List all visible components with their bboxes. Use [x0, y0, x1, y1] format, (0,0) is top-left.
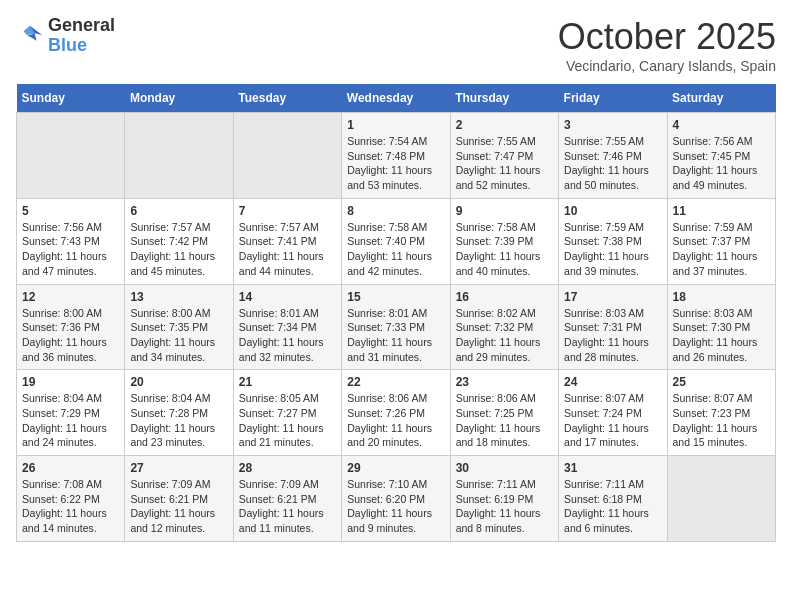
calendar-cell: 20Sunrise: 8:04 AM Sunset: 7:28 PM Dayli…: [125, 370, 233, 456]
day-content: Sunrise: 7:11 AM Sunset: 6:18 PM Dayligh…: [564, 477, 661, 536]
day-content: Sunrise: 8:07 AM Sunset: 7:23 PM Dayligh…: [673, 391, 770, 450]
day-content: Sunrise: 7:58 AM Sunset: 7:39 PM Dayligh…: [456, 220, 553, 279]
calendar-cell: 4Sunrise: 7:56 AM Sunset: 7:45 PM Daylig…: [667, 113, 775, 199]
calendar-cell: 3Sunrise: 7:55 AM Sunset: 7:46 PM Daylig…: [559, 113, 667, 199]
day-content: Sunrise: 8:03 AM Sunset: 7:31 PM Dayligh…: [564, 306, 661, 365]
day-content: Sunrise: 8:01 AM Sunset: 7:34 PM Dayligh…: [239, 306, 336, 365]
calendar-cell: 8Sunrise: 7:58 AM Sunset: 7:40 PM Daylig…: [342, 198, 450, 284]
day-content: Sunrise: 8:04 AM Sunset: 7:28 PM Dayligh…: [130, 391, 227, 450]
calendar-cell: 7Sunrise: 7:57 AM Sunset: 7:41 PM Daylig…: [233, 198, 341, 284]
day-content: Sunrise: 7:59 AM Sunset: 7:38 PM Dayligh…: [564, 220, 661, 279]
title-block: October 2025 Vecindario, Canary Islands,…: [558, 16, 776, 74]
day-number: 19: [22, 375, 119, 389]
day-number: 1: [347, 118, 444, 132]
day-content: Sunrise: 7:09 AM Sunset: 6:21 PM Dayligh…: [130, 477, 227, 536]
day-content: Sunrise: 7:55 AM Sunset: 7:46 PM Dayligh…: [564, 134, 661, 193]
weekday-thursday: Thursday: [450, 84, 558, 113]
calendar-cell: 2Sunrise: 7:55 AM Sunset: 7:47 PM Daylig…: [450, 113, 558, 199]
day-content: Sunrise: 8:06 AM Sunset: 7:26 PM Dayligh…: [347, 391, 444, 450]
day-number: 16: [456, 290, 553, 304]
day-number: 13: [130, 290, 227, 304]
calendar-table: SundayMondayTuesdayWednesdayThursdayFrid…: [16, 84, 776, 542]
day-content: Sunrise: 8:02 AM Sunset: 7:32 PM Dayligh…: [456, 306, 553, 365]
day-number: 6: [130, 204, 227, 218]
day-content: Sunrise: 7:56 AM Sunset: 7:43 PM Dayligh…: [22, 220, 119, 279]
day-number: 5: [22, 204, 119, 218]
week-row-1: 1Sunrise: 7:54 AM Sunset: 7:48 PM Daylig…: [17, 113, 776, 199]
weekday-monday: Monday: [125, 84, 233, 113]
calendar-cell: 23Sunrise: 8:06 AM Sunset: 7:25 PM Dayli…: [450, 370, 558, 456]
day-number: 12: [22, 290, 119, 304]
calendar-cell: 22Sunrise: 8:06 AM Sunset: 7:26 PM Dayli…: [342, 370, 450, 456]
calendar-cell: 30Sunrise: 7:11 AM Sunset: 6:19 PM Dayli…: [450, 456, 558, 542]
calendar-cell: 31Sunrise: 7:11 AM Sunset: 6:18 PM Dayli…: [559, 456, 667, 542]
calendar-cell: 5Sunrise: 7:56 AM Sunset: 7:43 PM Daylig…: [17, 198, 125, 284]
day-number: 31: [564, 461, 661, 475]
day-content: Sunrise: 7:10 AM Sunset: 6:20 PM Dayligh…: [347, 477, 444, 536]
week-row-3: 12Sunrise: 8:00 AM Sunset: 7:36 PM Dayli…: [17, 284, 776, 370]
logo-line2: Blue: [48, 36, 115, 56]
calendar-cell: 14Sunrise: 8:01 AM Sunset: 7:34 PM Dayli…: [233, 284, 341, 370]
calendar-cell: 26Sunrise: 7:08 AM Sunset: 6:22 PM Dayli…: [17, 456, 125, 542]
day-number: 30: [456, 461, 553, 475]
day-number: 15: [347, 290, 444, 304]
day-number: 22: [347, 375, 444, 389]
day-number: 8: [347, 204, 444, 218]
calendar-cell: 28Sunrise: 7:09 AM Sunset: 6:21 PM Dayli…: [233, 456, 341, 542]
day-number: 28: [239, 461, 336, 475]
page-header: General Blue October 2025 Vecindario, Ca…: [16, 16, 776, 74]
calendar-cell: 10Sunrise: 7:59 AM Sunset: 7:38 PM Dayli…: [559, 198, 667, 284]
day-content: Sunrise: 8:05 AM Sunset: 7:27 PM Dayligh…: [239, 391, 336, 450]
day-number: 11: [673, 204, 770, 218]
day-number: 18: [673, 290, 770, 304]
weekday-friday: Friday: [559, 84, 667, 113]
logo-line1: General: [48, 16, 115, 36]
month-title: October 2025: [558, 16, 776, 58]
weekday-saturday: Saturday: [667, 84, 775, 113]
day-content: Sunrise: 8:04 AM Sunset: 7:29 PM Dayligh…: [22, 391, 119, 450]
logo: General Blue: [16, 16, 115, 56]
day-number: 7: [239, 204, 336, 218]
day-content: Sunrise: 8:00 AM Sunset: 7:36 PM Dayligh…: [22, 306, 119, 365]
calendar-body: 1Sunrise: 7:54 AM Sunset: 7:48 PM Daylig…: [17, 113, 776, 542]
day-content: Sunrise: 7:57 AM Sunset: 7:42 PM Dayligh…: [130, 220, 227, 279]
day-number: 17: [564, 290, 661, 304]
day-number: 26: [22, 461, 119, 475]
day-content: Sunrise: 8:01 AM Sunset: 7:33 PM Dayligh…: [347, 306, 444, 365]
day-content: Sunrise: 7:56 AM Sunset: 7:45 PM Dayligh…: [673, 134, 770, 193]
calendar-cell: 11Sunrise: 7:59 AM Sunset: 7:37 PM Dayli…: [667, 198, 775, 284]
day-content: Sunrise: 8:06 AM Sunset: 7:25 PM Dayligh…: [456, 391, 553, 450]
calendar-cell: 18Sunrise: 8:03 AM Sunset: 7:30 PM Dayli…: [667, 284, 775, 370]
weekday-sunday: Sunday: [17, 84, 125, 113]
week-row-5: 26Sunrise: 7:08 AM Sunset: 6:22 PM Dayli…: [17, 456, 776, 542]
weekday-wednesday: Wednesday: [342, 84, 450, 113]
calendar-cell: [233, 113, 341, 199]
calendar-cell: 13Sunrise: 8:00 AM Sunset: 7:35 PM Dayli…: [125, 284, 233, 370]
day-number: 10: [564, 204, 661, 218]
day-number: 23: [456, 375, 553, 389]
day-number: 2: [456, 118, 553, 132]
calendar-cell: [125, 113, 233, 199]
day-number: 27: [130, 461, 227, 475]
day-number: 20: [130, 375, 227, 389]
calendar-cell: 15Sunrise: 8:01 AM Sunset: 7:33 PM Dayli…: [342, 284, 450, 370]
calendar-cell: 19Sunrise: 8:04 AM Sunset: 7:29 PM Dayli…: [17, 370, 125, 456]
day-content: Sunrise: 7:58 AM Sunset: 7:40 PM Dayligh…: [347, 220, 444, 279]
logo-icon: [16, 22, 44, 50]
weekday-header-row: SundayMondayTuesdayWednesdayThursdayFrid…: [17, 84, 776, 113]
location-subtitle: Vecindario, Canary Islands, Spain: [558, 58, 776, 74]
calendar-cell: 25Sunrise: 8:07 AM Sunset: 7:23 PM Dayli…: [667, 370, 775, 456]
calendar-cell: 6Sunrise: 7:57 AM Sunset: 7:42 PM Daylig…: [125, 198, 233, 284]
day-number: 21: [239, 375, 336, 389]
day-content: Sunrise: 7:59 AM Sunset: 7:37 PM Dayligh…: [673, 220, 770, 279]
calendar-cell: 1Sunrise: 7:54 AM Sunset: 7:48 PM Daylig…: [342, 113, 450, 199]
calendar-cell: 24Sunrise: 8:07 AM Sunset: 7:24 PM Dayli…: [559, 370, 667, 456]
day-content: Sunrise: 8:00 AM Sunset: 7:35 PM Dayligh…: [130, 306, 227, 365]
calendar-cell: 29Sunrise: 7:10 AM Sunset: 6:20 PM Dayli…: [342, 456, 450, 542]
day-content: Sunrise: 7:55 AM Sunset: 7:47 PM Dayligh…: [456, 134, 553, 193]
day-number: 4: [673, 118, 770, 132]
calendar-cell: 9Sunrise: 7:58 AM Sunset: 7:39 PM Daylig…: [450, 198, 558, 284]
day-content: Sunrise: 8:03 AM Sunset: 7:30 PM Dayligh…: [673, 306, 770, 365]
calendar-cell: 27Sunrise: 7:09 AM Sunset: 6:21 PM Dayli…: [125, 456, 233, 542]
calendar-cell: [667, 456, 775, 542]
